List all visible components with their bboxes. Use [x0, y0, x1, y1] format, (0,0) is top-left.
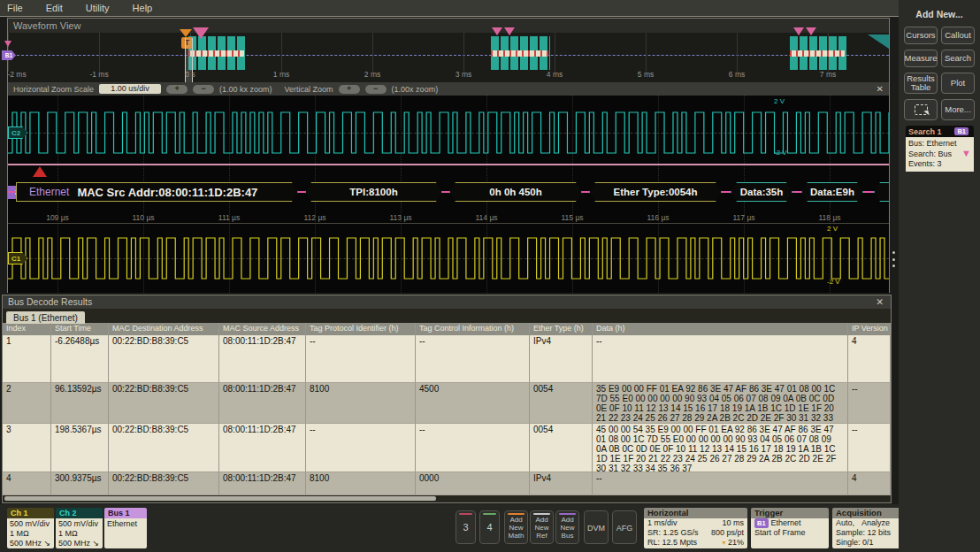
overview-tick-label: 0 s [185, 70, 195, 79]
add-plot-button[interactable]: Plot [941, 73, 975, 94]
results-table-body: 1-6.26488µs00:22:BD:B8:39:C508:00:11:1D:… [3, 335, 891, 495]
menu-edit[interactable]: Edit [46, 3, 63, 13]
ch1-bottom-scale: -2 V [827, 278, 884, 286]
menu-file[interactable]: File [7, 3, 23, 13]
add-new-bus-button[interactable]: AddNewBus [555, 510, 579, 544]
overview-tick-label: -2 ms [7, 70, 26, 79]
col-ether-type[interactable]: Ether Type (h) [530, 323, 593, 335]
add-search-button[interactable]: Search [941, 50, 975, 67]
decode-field-box[interactable]: Data:35h [731, 182, 792, 202]
v-zoom-minus-button[interactable]: − [365, 85, 387, 94]
horizontal-badge[interactable]: Horizontal 1 ms/div10 ms SR: 1.25 GS/s80… [644, 508, 747, 548]
ch2-bottom-scale: -2 V [774, 149, 884, 157]
col-mac-src[interactable]: MAC Source Address [219, 323, 306, 335]
add-callout-button[interactable]: Callout [941, 27, 975, 44]
h-zoom-minus-button[interactable]: − [193, 85, 214, 94]
add-measure-button[interactable]: Measure [904, 50, 938, 67]
time-tick-label: 118 µs [818, 213, 840, 222]
time-tick-label: 114 µs [475, 213, 497, 222]
results-tab-strip: Bus 1 (Ethernet) [3, 309, 891, 323]
tab-bus1-ethernet[interactable]: Bus 1 (Ethernet) [6, 311, 85, 324]
bus-b1-overview-badge[interactable]: B1 [2, 50, 16, 60]
ch1-top-scale: 2 V [827, 225, 884, 233]
decode-connector [582, 191, 589, 193]
decode-field-box[interactable] [874, 182, 889, 202]
table-cell: 1 [3, 335, 51, 382]
search1-badge[interactable]: Search 1 B1 Bus: Ethernet Search: Bus Ev… [906, 126, 974, 172]
afg-button[interactable]: AFG [612, 510, 637, 544]
menu-help[interactable]: Help [133, 3, 153, 13]
ch4-button[interactable]: 4 [479, 510, 500, 544]
results-table-header: Index Start Time MAC Destination Address… [3, 323, 891, 335]
ch3-button[interactable]: 3 [456, 510, 476, 544]
v-zoom-readout: (1.00x zoom) [392, 85, 439, 94]
bus-name-label: Ethernet [29, 186, 69, 198]
table-cell: -- [593, 472, 848, 494]
add-new-math-button[interactable]: AddNewMath [504, 510, 528, 544]
more-button[interactable]: More... [941, 99, 975, 120]
table-cell: 08:00:11:1D:2B:47 [219, 383, 306, 423]
add-results-table-button[interactable]: Results Table [904, 73, 938, 94]
search-source-badge: B1 [954, 127, 969, 135]
ch2-settings-badge[interactable]: Ch 2 500 mV/div1 MΩ 500 MHz ↘ [56, 508, 103, 548]
results-hscrollbar[interactable] [4, 495, 890, 502]
decode-field-box[interactable]: EthernetMAC Src Addr:08:00:11:1D:2B:47 [16, 182, 298, 202]
table-cell: 4 [3, 472, 51, 494]
trigger-level-icon[interactable] [33, 166, 47, 177]
math-trace[interactable] [8, 164, 889, 165]
col-start-time[interactable]: Start Time [51, 323, 109, 335]
table-row[interactable]: 4300.9375µs00:22:BD:B8:39:C508:00:11:1D:… [3, 472, 891, 495]
h-zoom-scale-input[interactable]: 1.00 us/div [99, 84, 161, 94]
time-tick-label: 117 µs [732, 213, 754, 222]
col-tci[interactable]: Tag Control Information (h) [416, 323, 530, 335]
zone-select-button[interactable] [904, 99, 938, 120]
acquisition-overview[interactable]: T B1 -2 ms-1 ms0 s1 ms2 ms3 ms4 ms5 ms6 … [8, 33, 889, 82]
table-cell: 00:22:BD:B8:39:C5 [109, 335, 219, 382]
decode-field-box[interactable]: Data:E9h [801, 182, 863, 202]
search-mark-icon [4, 41, 11, 47]
waveform-view-title: Waveform View [8, 19, 889, 33]
table-row[interactable]: 296.13592µs00:22:BD:B8:39:C508:00:11:1D:… [3, 383, 891, 424]
table-row[interactable]: 1-6.26488µs00:22:BD:B8:39:C508:00:11:1D:… [3, 335, 891, 383]
col-data[interactable]: Data (h) [593, 323, 848, 335]
packet-burst [491, 36, 550, 70]
decode-connector [792, 191, 801, 193]
v-zoom-plus-button[interactable]: + [339, 85, 360, 94]
menu-utility[interactable]: Utility [86, 3, 110, 13]
overview-corner-handle-icon[interactable] [868, 34, 889, 49]
overview-gridline [99, 33, 100, 72]
add-new-ref-button[interactable]: AddNewRef [530, 510, 554, 544]
time-tick-label: 115 µs [561, 213, 583, 222]
close-zoom-icon[interactable]: ✕ [877, 84, 884, 94]
table-cell: 08:00:11:1D:2B:47 [219, 424, 306, 472]
zoomed-waveform-area[interactable]: 2 V -2 V 2 V -2 V C2 C1 B1 EthernetMAC S… [8, 96, 889, 293]
overview-gridline [646, 33, 647, 72]
search-mark-icon [793, 27, 804, 35]
decode-field-box[interactable]: TPI:8100h [305, 182, 442, 202]
col-index[interactable]: Index [3, 323, 51, 335]
panel-drag-handle[interactable] [892, 251, 898, 267]
overview-gridline [281, 33, 282, 72]
add-cursors-button[interactable]: Cursors [904, 27, 938, 44]
search-marker-icon: ▼ [961, 149, 971, 159]
col-ip-version[interactable]: IP Version [848, 323, 891, 335]
ch1-waveform[interactable] [8, 230, 889, 287]
dvm-button[interactable]: DVM [584, 510, 609, 544]
h-zoom-plus-button[interactable]: + [166, 85, 188, 94]
overview-gridline [737, 33, 738, 72]
bus1-settings-badge[interactable]: Bus 1 Ethernet [104, 508, 147, 548]
search-mark-icon [492, 27, 502, 35]
trigger-badge-panel[interactable]: Trigger B1Ethernet Start of Frame [751, 508, 829, 548]
col-mac-dest[interactable]: MAC Destination Address [109, 323, 219, 335]
bus-decode-results-panel: Bus Decode Results ✕ Bus 1 (Ethernet) In… [2, 295, 892, 503]
col-tpi[interactable]: Tag Protocol Identifier (h) [306, 323, 416, 335]
table-cell: 08:00:11:1D:2B:47 [219, 335, 306, 382]
decode-field-box[interactable]: Ether Type:0054h [589, 182, 722, 202]
ch2-waveform[interactable] [8, 104, 889, 161]
results-hscroll-thumb[interactable] [4, 496, 436, 501]
decode-field-box[interactable]: 0h 0h 450h [449, 182, 582, 202]
ch1-settings-badge[interactable]: Ch 1 500 mV/div1 MΩ 500 MHz ↘ [7, 508, 54, 548]
close-results-icon[interactable]: ✕ [876, 296, 884, 309]
decode-connector [863, 191, 874, 193]
table-row[interactable]: 3198.5367µs00:22:BD:B8:39:C508:00:11:1D:… [3, 424, 891, 472]
